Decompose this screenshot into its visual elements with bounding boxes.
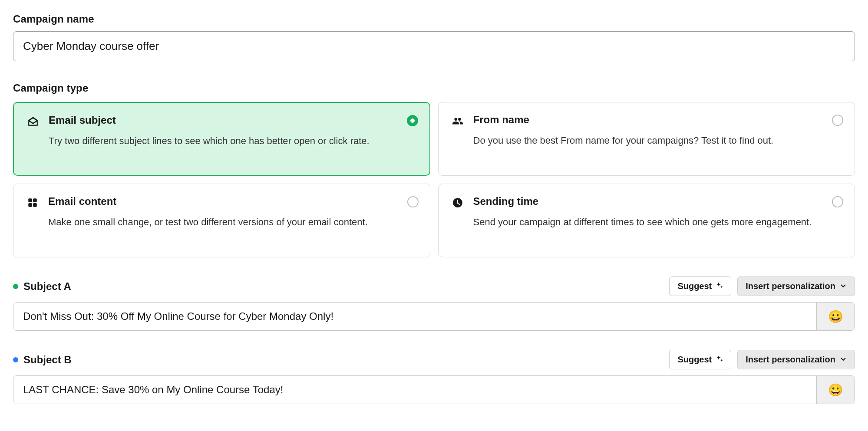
subject-a-label: Subject A xyxy=(13,280,71,293)
suggest-button[interactable]: Suggest xyxy=(669,350,731,369)
suggest-button[interactable]: Suggest xyxy=(669,276,731,296)
radio-indicator[interactable] xyxy=(832,115,843,126)
campaign-type-option-sending-time[interactable]: Sending time Send your campaign at diffe… xyxy=(438,184,855,257)
radio-indicator[interactable] xyxy=(407,115,418,126)
emoji-picker-button[interactable]: 😀 xyxy=(816,303,855,330)
suggest-label: Suggest xyxy=(677,281,712,291)
svg-rect-3 xyxy=(33,203,37,207)
campaign-name-label: Campaign name xyxy=(13,13,855,25)
emoji-icon: 😀 xyxy=(828,309,843,324)
envelope-open-icon xyxy=(27,115,39,128)
clock-icon xyxy=(452,197,464,209)
chevron-down-icon xyxy=(840,355,847,365)
svg-rect-1 xyxy=(33,198,37,202)
emoji-picker-button[interactable]: 😀 xyxy=(816,376,855,404)
option-desc: Try two different subject lines to see w… xyxy=(49,134,417,148)
option-desc: Do you use the best From name for your c… xyxy=(473,134,843,148)
svg-rect-2 xyxy=(28,203,32,207)
sparkle-icon xyxy=(716,281,723,291)
subject-a-input[interactable] xyxy=(13,303,816,330)
radio-indicator[interactable] xyxy=(832,196,843,207)
campaign-type-option-email-content[interactable]: Email content Make one small change, or … xyxy=(13,184,430,257)
insert-personalization-button[interactable]: Insert personalization xyxy=(737,350,855,369)
suggest-label: Suggest xyxy=(677,355,712,365)
campaign-type-option-from-name[interactable]: From name Do you use the best From name … xyxy=(438,102,855,176)
sparkle-icon xyxy=(716,355,723,365)
subject-a-dot-icon xyxy=(13,284,18,289)
subject-b-dot-icon xyxy=(13,357,18,362)
campaign-name-input[interactable] xyxy=(13,31,855,61)
option-title: Sending time xyxy=(473,195,843,207)
personalization-label: Insert personalization xyxy=(746,281,835,291)
campaign-type-option-email-subject[interactable]: Email subject Try two different subject … xyxy=(13,102,430,176)
insert-personalization-button[interactable]: Insert personalization xyxy=(737,276,855,296)
subject-b-label: Subject B xyxy=(13,354,72,366)
svg-rect-0 xyxy=(28,198,32,202)
subject-b-input[interactable] xyxy=(13,376,816,404)
option-title: From name xyxy=(473,114,843,126)
subject-b-label-text: Subject B xyxy=(23,354,72,366)
campaign-type-label: Campaign type xyxy=(13,82,855,94)
radio-indicator[interactable] xyxy=(407,196,419,207)
subject-a-label-text: Subject A xyxy=(23,280,71,293)
personalization-label: Insert personalization xyxy=(746,355,835,365)
option-title: Email content xyxy=(48,195,418,207)
option-desc: Make one small change, or test two diffe… xyxy=(48,215,418,229)
option-title: Email subject xyxy=(49,114,417,126)
emoji-icon: 😀 xyxy=(828,383,843,397)
chevron-down-icon xyxy=(840,281,847,291)
people-icon xyxy=(452,115,464,127)
option-desc: Send your campaign at different times to… xyxy=(473,215,843,229)
grid-icon xyxy=(26,197,39,209)
